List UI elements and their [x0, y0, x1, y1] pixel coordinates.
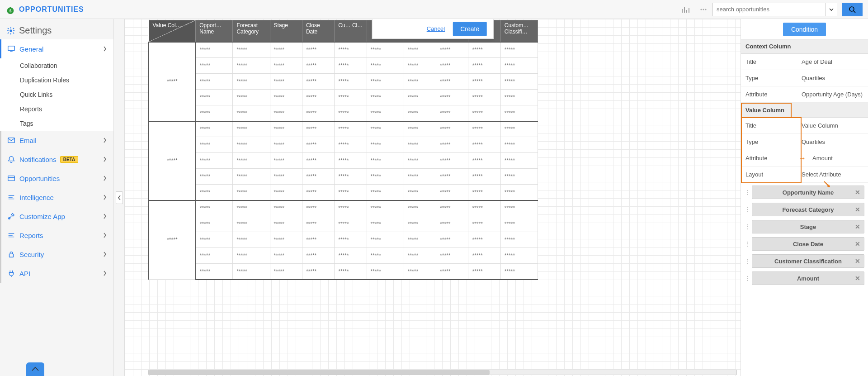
config-value[interactable]: Age of Deal [797, 55, 868, 69]
svg-point-6 [9, 29, 12, 32]
config-value[interactable]: Value Column [797, 119, 868, 133]
sidebar-item-label: Security [19, 251, 44, 258]
col-header: Custom… Classifi… [500, 20, 538, 42]
sidebar-item-reports-m[interactable]: Reports [0, 226, 113, 245]
table-cell: ***** [302, 216, 334, 232]
remove-chip-icon[interactable]: ✕ [855, 223, 860, 230]
sidebar-subitem-tags[interactable]: Tags [0, 116, 113, 131]
table-cell: ***** [335, 200, 367, 216]
attribute-chip[interactable]: Forecast Category✕ [752, 203, 864, 216]
attribute-chip-row: ⋮⋮Customer Classification✕ [745, 254, 864, 268]
app-title: OPPORTUNITIES [19, 5, 84, 14]
table-cell: ***** [270, 169, 302, 185]
lock-icon [7, 250, 16, 258]
table-cell: ***** [196, 105, 233, 121]
sidebar-subitem-quick-links[interactable]: Quick Links [0, 87, 113, 102]
drag-handle-icon[interactable]: ⋮⋮ [745, 225, 750, 228]
sidebar-item-intelligence[interactable]: Intelligence [0, 188, 113, 207]
table-cell: ***** [367, 169, 404, 185]
attribute-chip[interactable]: Customer Classification✕ [752, 254, 864, 268]
config-value[interactable]: Select Attribute [797, 167, 868, 181]
config-value[interactable]: Amount [808, 151, 868, 165]
svg-rect-11 [7, 28, 9, 29]
config-value[interactable]: Quartiles [797, 135, 868, 149]
svg-rect-8 [10, 33, 11, 34]
table-cell: ***** [468, 137, 500, 153]
table-cell: ***** [302, 74, 334, 90]
drag-handle-icon[interactable]: ⋮⋮ [745, 190, 750, 194]
svg-point-5 [849, 7, 854, 11]
attribute-chip[interactable]: Opportunity Name✕ [752, 186, 864, 199]
table-cell: ***** [233, 121, 270, 137]
more-dots-icon[interactable] [699, 5, 708, 14]
condition-button[interactable]: Condition [783, 23, 826, 36]
table-cell: ***** [404, 216, 436, 232]
table-cell: ***** [335, 121, 367, 137]
col-header: Stage [270, 20, 302, 42]
svg-rect-13 [7, 32, 9, 34]
drag-handle-icon[interactable]: ⋮⋮ [745, 276, 750, 280]
remove-chip-icon[interactable]: ✕ [855, 257, 860, 265]
config-key: Attribute [741, 151, 797, 165]
drag-handle-icon[interactable]: ⋮⋮ [745, 259, 750, 263]
sidebar-collapse-button[interactable] [26, 362, 44, 376]
search-input[interactable] [712, 3, 826, 16]
config-value[interactable]: Opportunity Age (Days) [797, 87, 868, 101]
attribute-chip[interactable]: Amount✕ [752, 271, 864, 285]
table-cell: ***** [404, 169, 436, 185]
table-cell: ***** [367, 42, 404, 58]
table-cell: ***** [468, 42, 500, 58]
scrollbar-thumb[interactable] [149, 370, 490, 375]
remove-chip-icon[interactable]: ✕ [855, 240, 860, 247]
table-cell: ***** [335, 74, 367, 90]
search-dropdown-toggle[interactable] [826, 3, 837, 16]
table-cell: ***** [436, 105, 468, 121]
remove-chip-icon[interactable]: ✕ [855, 275, 860, 282]
sidebar-subitem-reports[interactable]: Reports [0, 102, 113, 116]
chip-label: Opportunity Name [783, 189, 834, 196]
attribute-chip[interactable]: Close Date✕ [752, 237, 864, 251]
remove-chip-icon[interactable]: ✕ [855, 189, 860, 196]
attribute-chip[interactable]: Stage✕ [752, 220, 864, 233]
table-cell: ***** [302, 153, 334, 169]
drag-handle-icon[interactable]: ⋮⋮ [745, 208, 750, 211]
sidebar-item-api[interactable]: API [0, 264, 113, 283]
sidebar-item-customize[interactable]: Customize App [0, 207, 113, 226]
create-button[interactable]: Create [453, 22, 486, 36]
attribute-chip-row: ⋮⋮Amount✕ [745, 271, 864, 285]
sidebar-subitem-duplication[interactable]: Duplication Rules [0, 73, 113, 87]
table-cell: ***** [302, 232, 334, 248]
attribute-chip-row: ⋮⋮Close Date✕ [745, 237, 864, 251]
table-cell: ***** [436, 169, 468, 185]
chart-bars-icon[interactable] [681, 5, 690, 14]
drag-handle-icon[interactable]: ⋮⋮ [745, 242, 750, 246]
table-cell: ***** [468, 216, 500, 232]
config-value[interactable]: Quartiles [797, 71, 868, 85]
context-column-header: Context Column [741, 39, 868, 54]
sidebar-item-general[interactable]: General [0, 39, 113, 58]
preview-h-scrollbar[interactable] [148, 370, 737, 375]
table-cell: ***** [367, 121, 404, 137]
sidebar-item-opportunities[interactable]: Opportunities [0, 169, 113, 188]
sidebar-subitem-collaboration[interactable]: Collaboration [0, 58, 113, 73]
svg-rect-14 [13, 32, 14, 34]
search-button[interactable] [842, 3, 863, 16]
table-cell: ***** [500, 137, 538, 153]
table-cell: ***** [270, 185, 302, 200]
cancel-link[interactable]: Cancel [427, 25, 445, 32]
table-cell: ***** [468, 169, 500, 185]
sidebar-collapse-handle[interactable] [116, 191, 123, 204]
table-cell: ***** [500, 232, 538, 248]
plug-icon [7, 269, 16, 277]
table-cell: ***** [196, 137, 233, 153]
table-cell: ***** [500, 185, 538, 200]
config-key: Title [741, 55, 797, 69]
remove-chip-icon[interactable]: ✕ [855, 206, 860, 213]
table-cell: ***** [233, 216, 270, 232]
sidebar-item-security[interactable]: Security [0, 245, 113, 264]
table-cell: ***** [404, 58, 436, 74]
sidebar-item-email[interactable]: Email [0, 131, 113, 150]
config-row: AttributeOpportunity Age (Days) [741, 86, 868, 103]
table-cell: ***** [468, 264, 500, 280]
sidebar-item-notifications[interactable]: NotificationsBETA [0, 150, 113, 169]
